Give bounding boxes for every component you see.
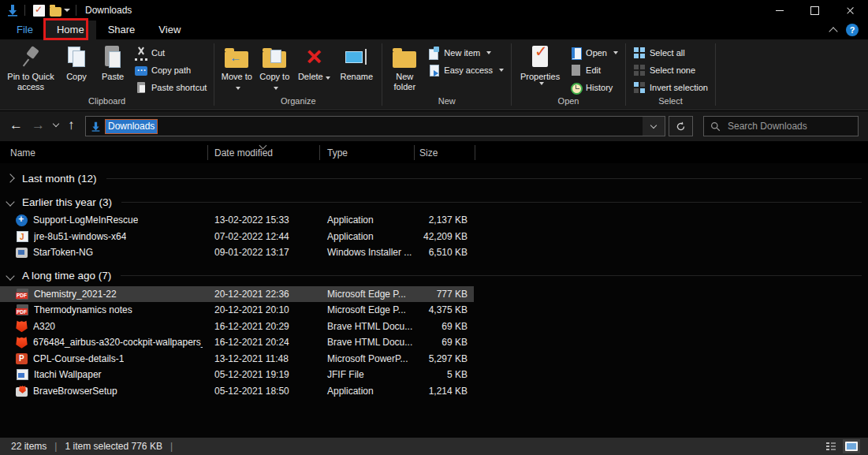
thumbnails-view-icon (845, 442, 858, 451)
history-button[interactable]: History (565, 79, 622, 96)
ribbon-tabs: File Home Share View ? (0, 21, 868, 39)
edit-button[interactable]: Edit (565, 62, 622, 79)
qat-properties-icon[interactable] (33, 5, 45, 17)
move-to-button[interactable]: Move to (218, 41, 255, 92)
rename-label: Rename (341, 72, 374, 82)
group-header-last-month[interactable]: Last month (12) (0, 170, 868, 187)
titlebar-separator (24, 5, 25, 16)
tab-file[interactable]: File (5, 21, 45, 39)
select-none-button[interactable]: Select none (629, 62, 712, 79)
address-text-selected[interactable]: Downloads (105, 119, 158, 134)
pin-to-quick-access-button[interactable]: Pin to Quick access (3, 41, 58, 92)
refresh-button[interactable] (669, 116, 693, 136)
paste-label: Paste (102, 72, 124, 82)
up-button[interactable]: ↑ (68, 117, 75, 134)
easy-access-label: Easy access (444, 65, 493, 75)
column-type[interactable]: Type (327, 147, 348, 159)
copy-to-button[interactable]: Copy to (255, 41, 293, 92)
thumbnails-view-button[interactable] (843, 439, 860, 453)
select-all-button[interactable]: Select all (629, 44, 712, 62)
select-none-label: Select none (650, 65, 695, 75)
cut-label: Cut (151, 48, 165, 58)
group-header-a-long-time-ago[interactable]: A long time ago (7) (0, 267, 868, 285)
address-dropdown-button[interactable] (643, 117, 665, 136)
group-header-earlier-this-year[interactable]: Earlier this year (3) (0, 193, 868, 211)
new-item-icon (427, 47, 440, 59)
forward-button[interactable]: → (32, 117, 45, 134)
tab-share[interactable]: Share (96, 21, 147, 39)
collapse-ribbon-icon[interactable] (829, 27, 837, 35)
file-date: 20-12-2021 22:36 (214, 289, 289, 300)
file-row[interactable]: CPL-Course-details-1 13-12-2021 11:48 Mi… (0, 351, 474, 367)
open-icon (569, 47, 582, 59)
file-row[interactable]: Itachi Wallpaper 05-12-2021 19:19 JFIF F… (0, 367, 474, 383)
search-box[interactable] (703, 116, 859, 136)
file-row[interactable]: 676484_airbus-a320-cockpit-wallpapers_..… (0, 334, 474, 351)
file-size: 4,375 KB (397, 304, 468, 315)
column-divider[interactable] (319, 145, 320, 160)
group-label: Earlier this year (3) (22, 196, 112, 208)
file-name: Thermodynamics notes (34, 304, 132, 315)
group-label: Last month (12) (22, 173, 97, 185)
qat-new-folder-icon[interactable] (50, 7, 61, 17)
file-date: 13-12-2021 11:48 (214, 353, 289, 364)
recent-locations-caret-icon[interactable] (53, 121, 59, 127)
tab-view[interactable]: View (147, 21, 192, 39)
delete-button[interactable]: × Delete (293, 41, 334, 82)
new-item-button[interactable]: New item (423, 44, 508, 62)
file-row[interactable]: jre-8u51-windows-x64 07-02-2022 12:44 Ap… (0, 229, 474, 245)
copy-path-button[interactable]: Copy path (131, 62, 210, 79)
properties-button[interactable]: Properties (515, 41, 565, 85)
help-icon[interactable]: ? (846, 24, 859, 36)
column-date-modified[interactable]: Date modified (214, 147, 273, 159)
rename-button[interactable]: Rename (334, 41, 378, 82)
column-divider[interactable] (475, 145, 475, 160)
easy-access-icon (427, 64, 440, 76)
column-size[interactable]: Size (419, 147, 438, 159)
column-name[interactable]: Name (10, 147, 35, 159)
history-icon (569, 81, 582, 94)
minimize-icon (776, 10, 784, 11)
new-folder-button[interactable]: New folder (386, 41, 423, 92)
easy-access-button[interactable]: Easy access (423, 62, 508, 79)
file-date: 07-02-2022 12:44 (214, 231, 289, 242)
new-item-label: New item (444, 48, 480, 58)
file-type: Application (327, 214, 374, 226)
new-folder-icon (393, 51, 416, 68)
cut-icon (135, 46, 147, 61)
invert-selection-button[interactable]: Invert selection (629, 79, 712, 96)
back-button[interactable]: ← (9, 117, 23, 134)
paste-button[interactable]: Paste (95, 41, 131, 82)
search-input[interactable] (726, 120, 840, 132)
chevron-right-icon (6, 173, 14, 182)
file-row[interactable]: BraveBrowserSetup 05-12-2021 18:50 Appli… (0, 383, 474, 400)
minimize-button[interactable] (762, 0, 797, 21)
qat-customize-caret-icon[interactable] (64, 9, 70, 12)
address-bar[interactable]: Downloads (85, 116, 665, 136)
file-name: 676484_airbus-a320-cockpit-wallpapers_..… (33, 337, 203, 348)
status-separator: | (170, 441, 173, 452)
tab-home[interactable]: Home (45, 21, 96, 39)
column-divider[interactable] (207, 145, 208, 160)
file-row-selected[interactable]: Chemistry_2021-22 20-12-2021 22:36 Micro… (0, 286, 474, 303)
select-all-icon (634, 47, 645, 58)
file-size: 42,209 KB (397, 231, 468, 242)
column-divider[interactable] (414, 145, 415, 160)
file-row[interactable]: A320 16-12-2021 20:29 Brave HTML Docu...… (0, 319, 474, 335)
file-row[interactable]: StarToken-NG 09-01-2022 13:17 Windows In… (0, 244, 474, 261)
paste-shortcut-button[interactable]: Paste shortcut (131, 79, 210, 96)
file-row[interactable]: Thermodynamics notes 20-12-2021 20:10 Mi… (0, 302, 474, 319)
window-title: Downloads (85, 5, 132, 16)
copy-button[interactable]: Copy (58, 41, 95, 82)
new-group-label: New (386, 96, 508, 110)
file-date: 20-12-2021 20:10 (214, 304, 289, 315)
details-view-button[interactable] (822, 439, 840, 453)
file-name: CPL-Course-details-1 (33, 353, 124, 364)
file-row[interactable]: Support-LogMeInRescue 13-02-2022 15:33 A… (0, 212, 474, 229)
chevron-down-icon (6, 197, 14, 206)
close-button[interactable] (833, 0, 868, 21)
group-separator (715, 43, 716, 106)
cut-button[interactable]: Cut (131, 44, 210, 62)
open-button[interactable]: Open (565, 44, 622, 62)
maximize-button[interactable] (797, 0, 833, 21)
